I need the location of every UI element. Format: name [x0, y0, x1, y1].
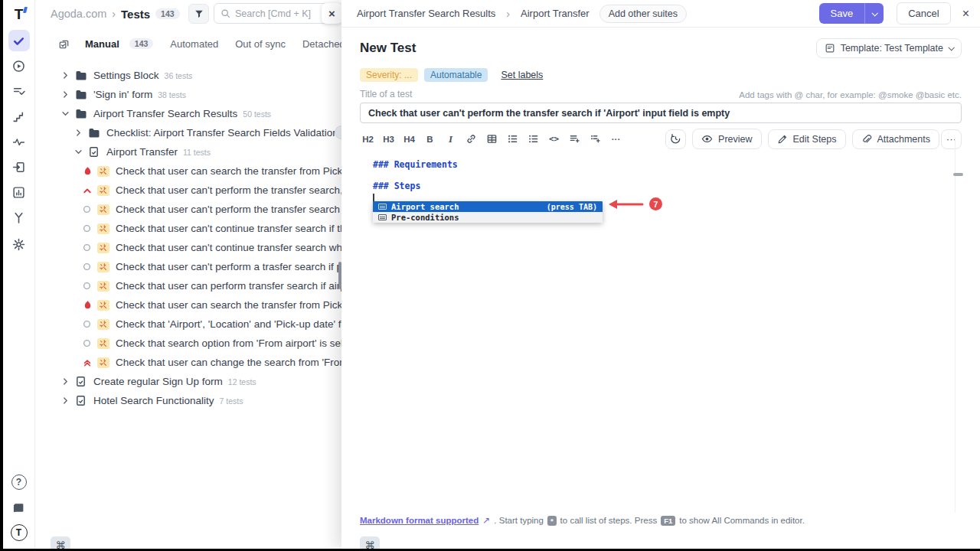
search-input[interactable] — [235, 8, 327, 19]
nav-steps-button[interactable] — [8, 106, 30, 127]
nav-branches-button[interactable] — [8, 207, 30, 228]
editor-scrollbar-thumb[interactable] — [953, 173, 963, 176]
tree-item-title: Check that user can perform transfer sea… — [116, 280, 341, 292]
save-options-button[interactable] — [864, 3, 884, 24]
toolbar-more-button[interactable]: ··· — [606, 130, 626, 148]
attachments-label: Attachments — [877, 134, 930, 145]
md-requirements-heading: ### Requirements — [373, 160, 962, 169]
tree-item-title: 'Sign in' form — [93, 89, 152, 100]
autocomplete-option[interactable]: Airport search (press TAB) — [373, 201, 603, 212]
automatable-badge[interactable]: Automatable — [424, 68, 488, 82]
markdown-docs-link[interactable]: Markdown format supported — [360, 516, 479, 525]
table-button[interactable] — [482, 130, 501, 148]
preview-button[interactable]: Preview — [692, 129, 761, 149]
nav-reports-button[interactable] — [8, 181, 30, 203]
save-button[interactable]: Save — [819, 3, 865, 24]
book-icon — [12, 501, 25, 514]
chevron-right-icon[interactable] — [61, 377, 72, 386]
breadcrumb-parent-suite[interactable]: Airport Transfer Search Results — [357, 8, 495, 19]
footer-text-3: to show All Commands in editor. — [679, 516, 805, 525]
table-icon — [486, 133, 498, 145]
tree-row[interactable]: Settings Block 36 tests — [35, 66, 341, 85]
insert-steps-group-button[interactable] — [586, 130, 605, 148]
filter-button[interactable] — [188, 4, 209, 24]
editor-more-button[interactable]: ··· — [941, 129, 962, 149]
ordered-list-button[interactable] — [503, 130, 522, 148]
tab[interactable]: Manual 143 — [85, 38, 153, 50]
cancel-button[interactable]: Cancel — [897, 2, 950, 24]
tab[interactable]: Detached — [302, 38, 341, 50]
attachments-button[interactable]: Attachments — [852, 129, 939, 149]
tree-row[interactable]: Check that user can't continue transfer … — [35, 238, 341, 257]
nav-settings-button[interactable] — [8, 233, 30, 255]
tree-row[interactable]: Check that user can't perform the transf… — [35, 200, 341, 219]
tree-row[interactable]: Check that user can't perform the transf… — [35, 181, 341, 200]
help-button[interactable]: ? — [8, 471, 30, 493]
search-close-button[interactable]: × — [322, 3, 341, 24]
tree-row[interactable]: Hotel Search Functionality 7 tests — [35, 391, 341, 410]
external-link-icon[interactable]: ↗ — [482, 515, 490, 526]
manual-test-icon — [97, 185, 109, 196]
severity-high-icon — [83, 186, 93, 195]
tree-row[interactable]: Checklist: Airport Transfer Search Field… — [35, 123, 341, 142]
nav-tests-button[interactable] — [8, 30, 30, 51]
breadcrumb-current-suite[interactable]: Airport Transfer — [521, 8, 590, 19]
bar-chart-icon — [12, 186, 25, 199]
docs-button[interactable] — [8, 497, 30, 518]
heading3-button[interactable]: H3 — [379, 130, 398, 148]
chevron-right-icon[interactable] — [61, 90, 72, 99]
close-panel-button[interactable]: × — [962, 7, 969, 21]
link-button[interactable] — [462, 130, 481, 148]
breadcrumb-project[interactable]: Agoda.com — [51, 8, 106, 20]
tabs-list: Manual 143 Automated Out of sync Detache… — [85, 38, 341, 50]
tree-row[interactable]: Check that user can change the search fr… — [35, 353, 341, 372]
insert-step-button[interactable] — [565, 130, 584, 148]
tree-row[interactable]: Check that 'Airport', 'Location' and 'Pi… — [35, 315, 341, 334]
template-select-button[interactable]: Template: Test Template — [816, 38, 962, 58]
heading4-button[interactable]: H4 — [400, 130, 419, 148]
tree-row[interactable]: Check that user can search the transfer … — [35, 295, 341, 315]
add-other-suites-button[interactable]: Add other suites — [599, 5, 687, 23]
tree-row[interactable]: Airport Transfer 11 tests — [35, 142, 341, 161]
test-title-input[interactable] — [360, 103, 962, 123]
autocomplete-option-label: Airport search — [391, 202, 542, 211]
chevron-right-icon[interactable] — [74, 129, 85, 137]
brand-circle-logo[interactable]: T — [11, 524, 28, 541]
history-button[interactable] — [665, 129, 686, 149]
breadcrumb-section[interactable]: Tests — [121, 8, 150, 21]
tree-row[interactable]: Check that user can perform transfer sea… — [35, 276, 341, 295]
tab[interactable]: Out of sync — [235, 38, 286, 50]
markdown-editor[interactable]: ### Requirements ### Steps Airport searc… — [341, 152, 980, 515]
tree-row[interactable]: Create regular Sign Up form 12 tests — [35, 372, 341, 391]
tree-row[interactable]: 'Sign in' form 38 tests — [35, 85, 341, 104]
tree-row[interactable]: Check that user can't continue transfer … — [35, 219, 341, 238]
heading2-button[interactable]: H2 — [358, 130, 377, 148]
document-icon — [75, 395, 88, 406]
chevron-right-icon[interactable] — [61, 71, 72, 80]
nav-runs-button[interactable] — [8, 55, 30, 77]
code-button[interactable]: <> — [544, 130, 564, 148]
bulk-select-icon[interactable] — [58, 38, 70, 50]
tree-item-title: Check that user can change the search fr… — [116, 357, 341, 368]
autocomplete-dropdown: Airport search (press TAB) Pre-condition… — [373, 201, 603, 223]
autocomplete-option[interactable]: Pre-conditions — [373, 212, 603, 223]
nav-pulse-button[interactable] — [8, 131, 30, 152]
set-labels-link[interactable]: Set labels — [501, 70, 543, 80]
nav-import-button[interactable] — [8, 156, 30, 178]
italic-button[interactable]: I — [441, 130, 460, 148]
bold-button[interactable]: B — [420, 130, 439, 148]
tab[interactable]: Automated — [170, 38, 218, 50]
tree-row[interactable]: Check that user can search the transfer … — [35, 161, 341, 181]
nav-plans-button[interactable] — [8, 80, 30, 102]
tree-row[interactable]: Check that search option from 'From airp… — [35, 334, 341, 353]
chevron-right-icon[interactable] — [61, 396, 72, 405]
edit-steps-button[interactable]: Edit Steps — [768, 129, 846, 149]
tree-item-title: Check that user can't continue transfer … — [116, 242, 341, 253]
tree-row[interactable]: Check that user can't perform a trasfer … — [35, 257, 341, 276]
template-label: Template: Test Template — [841, 43, 943, 54]
severity-badge[interactable]: Severity: ... — [360, 68, 418, 82]
chevron-down-icon[interactable] — [61, 109, 72, 118]
tree-row[interactable]: Airport Transfer Search Results 50 tests — [35, 104, 341, 123]
chevron-down-icon[interactable] — [74, 148, 85, 156]
bullet-list-button[interactable] — [524, 130, 543, 148]
